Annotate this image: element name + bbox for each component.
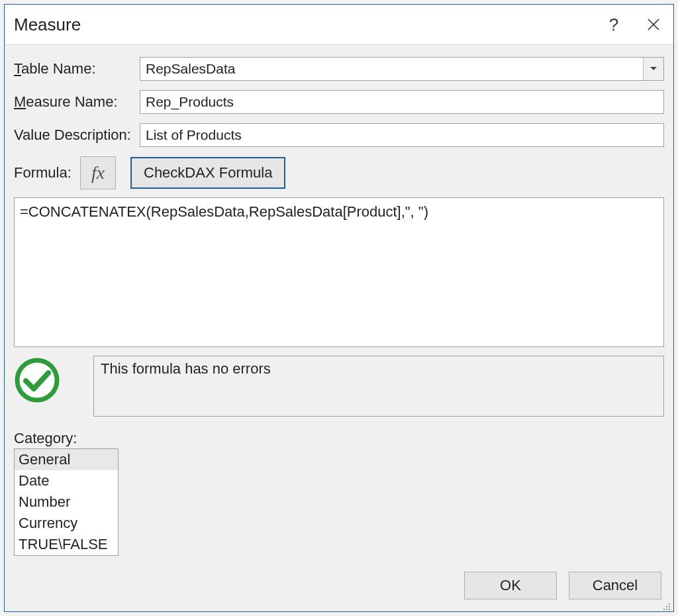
svg-point-7 — [666, 609, 667, 610]
label-measure-name: Measure Name: — [14, 93, 140, 111]
svg-point-3 — [669, 603, 670, 605]
check-dax-formula-button[interactable]: Check DAX Formula — [130, 157, 285, 189]
category-item[interactable]: TRUE\FALSE — [15, 534, 118, 555]
help-button[interactable]: ? — [594, 15, 634, 35]
close-icon — [647, 18, 660, 31]
checkmark-ok-icon — [14, 357, 60, 403]
label-table-name: Table Name: — [14, 60, 140, 77]
window-title: Measure — [14, 15, 594, 35]
table-name-value: RepSalesData — [140, 58, 643, 80]
close-button[interactable] — [634, 18, 673, 31]
cancel-button[interactable]: Cancel — [569, 572, 661, 599]
formula-editor[interactable] — [14, 197, 664, 347]
fx-button[interactable]: fx — [80, 156, 116, 189]
svg-point-8 — [669, 609, 670, 610]
row-formula-controls: Formula: fx Check DAX Formula — [14, 156, 664, 189]
svg-point-5 — [669, 606, 670, 607]
label-value-description: Value Description: — [14, 127, 140, 144]
category-item[interactable]: Date — [15, 470, 118, 491]
title-bar: Measure ? — [5, 5, 673, 45]
ok-button[interactable]: OK — [464, 572, 557, 599]
category-item[interactable]: Number — [15, 491, 118, 513]
category-item[interactable]: Currency — [15, 513, 118, 534]
resize-grip[interactable] — [661, 599, 672, 610]
measure-dialog: Measure ? Table Name: RepSalesData — [4, 4, 674, 612]
category-section: Category: GeneralDateNumberCurrencyTRUE\… — [14, 430, 664, 556]
dialog-body: Table Name: RepSalesData Measure Name: — [5, 45, 673, 562]
dialog-footer: OK Cancel — [464, 572, 661, 599]
svg-point-2 — [17, 360, 57, 400]
svg-point-6 — [663, 609, 665, 610]
label-formula: Formula: — [14, 164, 80, 181]
category-list[interactable]: GeneralDateNumberCurrencyTRUE\FALSE — [14, 448, 119, 556]
status-message: This formula has no errors — [93, 356, 664, 417]
status-icon-container — [14, 356, 93, 417]
value-description-input[interactable] — [140, 123, 664, 147]
table-name-dropdown-button[interactable] — [643, 58, 663, 80]
row-table-name: Table Name: RepSalesData — [14, 57, 664, 81]
measure-name-input[interactable] — [140, 90, 664, 114]
row-value-description: Value Description: — [14, 123, 664, 147]
svg-point-4 — [666, 606, 667, 607]
row-measure-name: Measure Name: — [14, 90, 664, 114]
table-name-combo[interactable]: RepSalesData — [140, 57, 664, 81]
category-item[interactable]: General — [15, 449, 118, 470]
label-category: Category: — [14, 430, 664, 447]
resize-grip-icon — [661, 601, 672, 612]
row-status: This formula has no errors — [14, 356, 664, 417]
fx-icon: fx — [91, 162, 105, 183]
chevron-down-icon — [650, 66, 657, 72]
